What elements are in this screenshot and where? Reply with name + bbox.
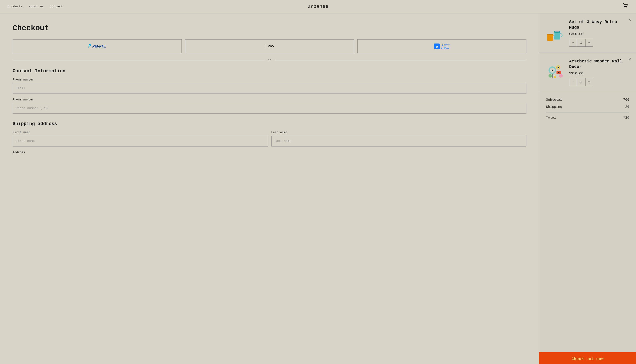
- product-name-decor: Aesthetic Wooden Wall Decor: [569, 59, 629, 70]
- quantity-increase-mugs[interactable]: +: [585, 39, 593, 46]
- quantity-value-mugs: 1: [577, 41, 585, 44]
- paypal-button[interactable]: P PayPal: [13, 39, 182, 54]
- alipay-icon: 支: [434, 44, 440, 50]
- checkout-panel: Checkout P PayPal  Pay 支: [0, 14, 539, 364]
- remove-decor-button[interactable]: ×: [628, 57, 631, 61]
- paypal-label: PayPal: [92, 44, 106, 48]
- address-label: Address: [13, 151, 526, 154]
- nav-about[interactable]: about us: [29, 5, 44, 8]
- shipping-label: Shipping: [546, 105, 562, 109]
- svg-point-9: [550, 37, 551, 38]
- product-info-mugs: Set of 3 Wavy Retro Mugs $350.00 - 1 +: [569, 19, 629, 47]
- svg-point-20: [559, 74, 563, 78]
- svg-point-1: [626, 8, 627, 8]
- email-group: Phone number: [13, 78, 526, 94]
- alipay-logo: 支 支付宝 ALIPAY: [434, 43, 450, 50]
- product-image-mugs: [546, 24, 565, 42]
- product-card-mugs: Set of 3 Wavy Retro Mugs $350.00 - 1 + ×: [539, 14, 636, 53]
- first-name-label: First name: [13, 131, 268, 134]
- applepay-label: Pay: [268, 44, 274, 48]
- site-header: products about us contact urbanee: [0, 0, 636, 14]
- product-image-decor: [546, 63, 565, 82]
- last-name-label: Last name: [271, 131, 527, 134]
- svg-point-17: [552, 70, 553, 71]
- contact-title: Contact Information: [13, 68, 526, 74]
- first-name-input[interactable]: [13, 136, 268, 146]
- svg-point-18: [557, 67, 559, 68]
- cart-icon[interactable]: [622, 3, 628, 10]
- last-name-input[interactable]: [271, 136, 527, 146]
- svg-point-8: [555, 30, 559, 32]
- or-divider: or: [13, 58, 526, 62]
- divider-right: [275, 60, 526, 60]
- first-name-group: First name: [13, 131, 268, 146]
- nav-contact[interactable]: contact: [50, 5, 63, 8]
- subtotal-label: Subtotal: [546, 98, 562, 102]
- decor-illustration: [546, 63, 565, 82]
- subtotal-row: Subtotal 700: [546, 98, 629, 102]
- divider-left: [13, 60, 264, 60]
- product-name-mugs: Set of 3 Wavy Retro Mugs: [569, 19, 629, 30]
- last-name-group: Last name: [271, 131, 527, 146]
- shipping-row: Shipping 20: [546, 105, 629, 112]
- checkout-now-button[interactable]: Check out now: [539, 352, 636, 364]
- address-group: Address: [13, 151, 526, 154]
- shipping-section: Shipping address First name Last name Ad…: [13, 121, 526, 154]
- total-value: 720: [623, 116, 629, 120]
- email-label: Phone number: [13, 78, 526, 81]
- nav-products[interactable]: products: [8, 5, 23, 8]
- svg-point-19: [558, 72, 559, 73]
- svg-rect-10: [554, 32, 555, 36]
- quantity-control-decor: - 1 +: [569, 78, 593, 86]
- email-input[interactable]: [13, 83, 526, 94]
- total-row: Total 720: [546, 116, 629, 120]
- product-price-decor: $350.00: [569, 72, 629, 76]
- alipay-button[interactable]: 支 支付宝 ALIPAY: [357, 39, 526, 54]
- contact-section: Contact Information Phone number Phone n…: [13, 68, 526, 114]
- quantity-value-decor: 1: [577, 80, 585, 84]
- paypal-logo: P PayPal: [88, 44, 106, 49]
- shipping-value: 20: [625, 105, 629, 109]
- quantity-control-mugs: - 1 +: [569, 39, 593, 47]
- divider-text: or: [268, 58, 271, 62]
- checkout-title: Checkout: [13, 24, 526, 32]
- order-panel: Set of 3 Wavy Retro Mugs $350.00 - 1 + ×: [539, 14, 636, 364]
- subtotal-value: 700: [623, 98, 629, 102]
- site-logo: urbanee: [307, 4, 328, 9]
- product-info-decor: Aesthetic Wooden Wall Decor $350.00 - 1 …: [569, 59, 629, 86]
- svg-rect-5: [547, 34, 553, 35]
- svg-point-21: [554, 76, 556, 78]
- product-card-decor: Aesthetic Wooden Wall Decor $350.00 - 1 …: [539, 53, 636, 92]
- apple-icon: : [265, 44, 267, 48]
- order-totals: Subtotal 700 Shipping 20 Total 720: [539, 92, 636, 352]
- remove-mugs-button[interactable]: ×: [628, 18, 631, 22]
- shipping-title: Shipping address: [13, 121, 526, 126]
- quantity-decrease-decor[interactable]: -: [569, 78, 577, 86]
- alipay-text: 支付宝 ALIPAY: [441, 43, 450, 50]
- mugs-illustration: [546, 24, 565, 42]
- payment-buttons: P PayPal  Pay 支 支付宝 ALIPAY: [13, 39, 526, 54]
- paypal-p-icon: P: [88, 44, 91, 49]
- phone-group: Phone number: [13, 98, 526, 114]
- page-layout: Checkout P PayPal  Pay 支: [0, 14, 636, 364]
- total-label: Total: [546, 116, 556, 120]
- quantity-increase-decor[interactable]: +: [585, 78, 593, 86]
- name-row: First name Last name: [13, 131, 526, 151]
- phone-input[interactable]: [13, 103, 526, 114]
- quantity-decrease-mugs[interactable]: -: [569, 39, 577, 46]
- applepay-button[interactable]:  Pay: [185, 39, 354, 54]
- phone-label: Phone number: [13, 98, 526, 101]
- svg-text:支: 支: [435, 45, 439, 48]
- product-price-mugs: $350.00: [569, 32, 629, 36]
- svg-point-0: [625, 8, 625, 8]
- main-nav: products about us contact: [8, 5, 63, 8]
